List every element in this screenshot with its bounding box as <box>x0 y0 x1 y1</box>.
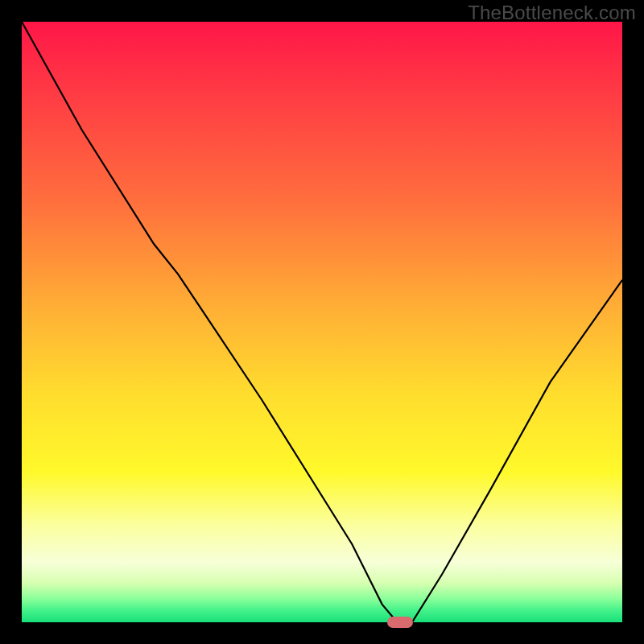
curve-path <box>22 22 622 622</box>
plot-area <box>22 22 622 622</box>
optimal-point-marker <box>387 617 413 628</box>
bottleneck-curve <box>22 22 622 622</box>
watermark-text: TheBottleneck.com <box>468 2 636 24</box>
chart-frame: TheBottleneck.com <box>0 0 644 644</box>
